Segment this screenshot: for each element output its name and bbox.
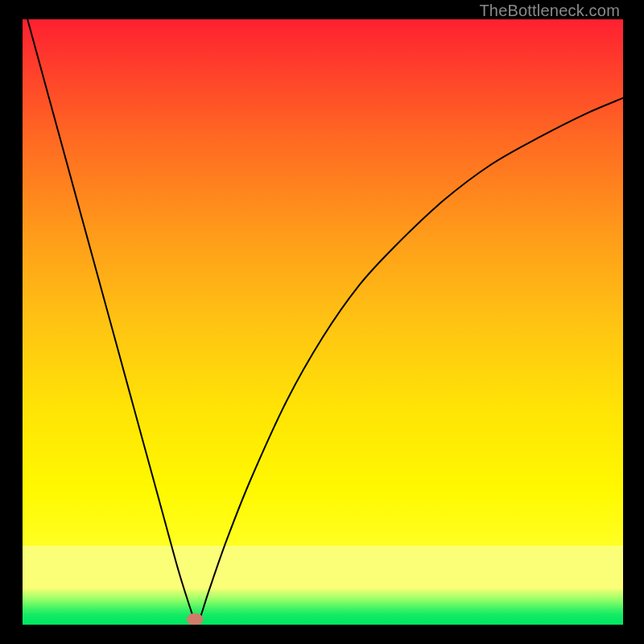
chart-container: TheBottleneck.com (0, 0, 644, 644)
gradient-bg (23, 19, 623, 625)
plot-svg (23, 19, 623, 625)
watermark-text: TheBottleneck.com (479, 2, 620, 20)
plot-frame (23, 19, 623, 625)
